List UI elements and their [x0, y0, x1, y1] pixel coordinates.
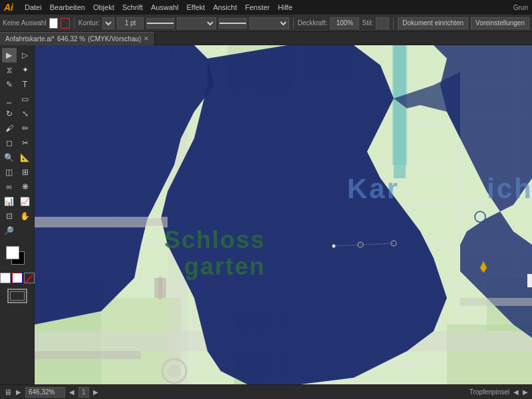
stroke-style2-preview[interactable]	[219, 18, 247, 29]
brush-tool[interactable]: 🖌	[2, 121, 17, 136]
stroke-style1-dropdown[interactable]	[177, 17, 216, 29]
tool-row-10: ∞ ❋	[2, 180, 33, 194]
tool-row-11: 📊 📈	[2, 194, 33, 209]
pencil-tool[interactable]: ✏	[18, 121, 33, 136]
blend-tool[interactable]: ∞	[2, 180, 17, 194]
status-bar: 🖥 ▶ ◀ 1 ▶ Tropfenpinsel ◀ ▶	[0, 384, 532, 399]
workspace-label: Grun	[513, 4, 528, 11]
eraser-tool[interactable]: ◻	[2, 136, 17, 150]
tab-mode: (CMYK/Vorschau)	[88, 35, 141, 43]
stil-swatch[interactable]	[376, 17, 389, 29]
color-mode-buttons	[0, 273, 35, 283]
tool-row-3: ✎ T	[2, 77, 33, 92]
dokument-einrichten-button[interactable]: Dokument einrichten	[398, 17, 468, 29]
tool-row-4: ⎯ ▭	[2, 92, 33, 106]
stil-label: Stil:	[362, 19, 373, 27]
app-logo: Ai	[4, 2, 13, 13]
opacity-label: Deckkraft:	[297, 19, 327, 27]
nav-prev[interactable]: ◀	[69, 388, 74, 396]
screen-icon: 🖥	[4, 388, 12, 397]
measure-tool[interactable]: 📐	[18, 150, 33, 165]
tool-row-2: ⧖ ✦	[2, 63, 33, 77]
canvas-area[interactable]: Schloss garten Kar ich	[35, 45, 532, 384]
document-tab[interactable]: Anfahrtskarte.ai* 646,32 % (CMYK/Vorscha…	[0, 32, 155, 45]
screen-mode-btn[interactable]	[7, 289, 27, 303]
menu-fenster[interactable]: Fenster	[241, 2, 273, 13]
title-bar: Ai Datei Bearbeiten Objekt Schrift Auswa…	[0, 0, 532, 15]
gradient-color-btn[interactable]	[12, 273, 23, 283]
rect-tool[interactable]: ▭	[18, 92, 33, 106]
document-tab-bar: Anfahrtskarte.ai* 646,32 % (CMYK/Vorscha…	[0, 32, 532, 45]
tool-name-label: Tropfenpinsel	[469, 388, 509, 396]
play-prev[interactable]: ◀	[513, 388, 519, 396]
menu-bearbeiten[interactable]: Bearbeiten	[47, 2, 88, 13]
tab-close-icon[interactable]: ✕	[144, 35, 149, 42]
menu-bar: Datei Bearbeiten Objekt Schrift Auswahl …	[21, 2, 296, 13]
magic-wand-tool[interactable]: ✦	[18, 63, 33, 77]
eyedropper-tool[interactable]: 🔍	[2, 150, 17, 165]
stroke-style2-dropdown[interactable]	[249, 17, 289, 29]
view-controls	[7, 289, 27, 303]
voreinstellungen-button[interactable]: Voreinstellungen	[471, 17, 529, 29]
slice-tool[interactable]: ⊡	[2, 209, 17, 223]
zoom-tool[interactable]: 🔎	[2, 223, 17, 238]
menu-schrift[interactable]: Schrift	[119, 2, 146, 13]
color-swatches	[6, 246, 29, 269]
selection-tool[interactable]: ▶	[2, 48, 17, 63]
tab-filename: Anfahrtskarte.ai*	[5, 35, 55, 43]
menu-objekt[interactable]: Objekt	[90, 2, 118, 13]
pen-tool[interactable]: ✎	[2, 77, 17, 92]
menu-hilfe[interactable]: Hilfe	[275, 2, 296, 13]
zoom-input[interactable]	[25, 387, 65, 398]
symbol-tool[interactable]: ❋	[18, 180, 33, 194]
tool-row-6: 🖌 ✏	[2, 121, 33, 136]
stroke-style1-preview[interactable]	[146, 18, 174, 29]
tool-row-9: ◫ ⊞	[2, 165, 33, 180]
map-svg: Schloss garten Kar ich	[35, 45, 532, 384]
lasso-tool[interactable]: ⧖	[2, 63, 17, 77]
tab-zoom: 646,32 %	[57, 35, 85, 43]
direct-select-tool[interactable]: ▷	[18, 48, 33, 63]
sep3	[393, 17, 394, 29]
rotate-tool[interactable]: ↻	[2, 106, 17, 121]
menu-ansicht[interactable]: Ansicht	[209, 2, 240, 13]
gradient-tool[interactable]: ◫	[2, 165, 17, 180]
hand-tool[interactable]: ✋	[18, 209, 33, 223]
tool-row-13: 🔎	[2, 223, 33, 238]
kontur-dropdown[interactable]	[102, 17, 114, 29]
text-tool[interactable]: T	[18, 77, 33, 92]
menu-auswahl[interactable]: Auswahl	[148, 2, 182, 13]
sep1	[74, 17, 74, 29]
stroke-line	[147, 23, 174, 24]
menu-datei[interactable]: Datei	[21, 2, 45, 13]
play-next[interactable]: ▶	[523, 388, 528, 396]
title-right-controls: Grun	[513, 4, 528, 11]
column-chart-tool[interactable]: 📊	[2, 194, 17, 209]
stroke-size-input[interactable]: 1 pt	[117, 17, 144, 29]
kontur-label: Kontur:	[78, 19, 100, 27]
line-tool[interactable]: ⎯	[2, 92, 17, 106]
scale-tool[interactable]: ⤡	[18, 106, 33, 121]
main-area: ▶ ▷ ⧖ ✦ ✎ T ⎯ ▭ ↻ ⤡ 🖌 ✏	[0, 45, 532, 384]
control-toolbar: Keine Auswahl Kontur: 1 pt Deckkraft: St…	[0, 15, 532, 32]
foreground-color-swatch[interactable]	[6, 246, 19, 259]
toolbox: ▶ ▷ ⧖ ✦ ✎ T ⎯ ▭ ↻ ⤡ 🖌 ✏	[0, 45, 35, 384]
opacity-input[interactable]	[330, 17, 359, 29]
zoom-control	[25, 387, 65, 398]
tool-section-select: ▶ ▷ ⧖ ✦ ✎ T ⎯ ▭ ↻ ⤡ 🖌 ✏	[2, 48, 33, 238]
solid-color-btn[interactable]	[0, 273, 11, 283]
tool-row-5: ↻ ⤡	[2, 106, 33, 121]
selection-label: Keine Auswahl	[3, 19, 47, 27]
tool-row-7: ◻ ✂	[2, 136, 33, 150]
mesh-tool[interactable]: ⊞	[18, 165, 33, 180]
sep2	[293, 17, 294, 29]
menu-effekt[interactable]: Effekt	[183, 2, 208, 13]
stroke-line2	[219, 23, 246, 24]
scissors-tool[interactable]: ✂	[18, 136, 33, 150]
none-color-btn[interactable]	[24, 273, 35, 283]
stroke-swatch[interactable]	[61, 18, 70, 29]
tool-row-1: ▶ ▷	[2, 48, 33, 63]
bar-chart-tool[interactable]: 📈	[18, 194, 33, 209]
fill-swatch[interactable]	[49, 18, 59, 29]
nav-next[interactable]: ▶	[93, 388, 98, 396]
